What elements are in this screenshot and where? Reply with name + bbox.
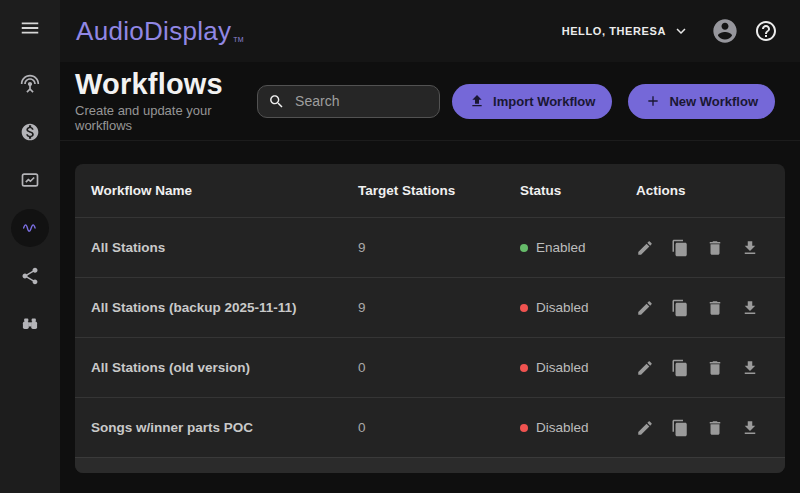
status-dot <box>520 244 528 252</box>
app-root: AudioDisplay TM HELLO, THERESA <box>0 0 800 493</box>
status-label: Disabled <box>536 360 589 375</box>
status-dot <box>520 364 528 372</box>
workflow-name: Songs w/inner parts POC <box>91 420 358 435</box>
top-bar: AudioDisplay TM HELLO, THERESA <box>60 0 800 62</box>
chevron-down-icon <box>672 22 690 40</box>
user-menu[interactable]: HELLO, THERESA <box>556 21 696 41</box>
column-header-workflow-name: Workflow Name <box>91 183 358 198</box>
sidebar-nav <box>0 60 60 348</box>
app-logo[interactable]: AudioDisplay TM <box>76 16 243 47</box>
edit-icon[interactable] <box>636 239 654 257</box>
page-title: Workflows <box>75 69 257 101</box>
logo-trademark: TM <box>233 36 243 43</box>
sidebar-item-monetization[interactable] <box>0 108 60 156</box>
sidebar-item-broadcast[interactable] <box>0 60 60 108</box>
table-header-row: Workflow Name Target Stations Status Act… <box>75 164 785 217</box>
workflows-wave-icon <box>11 209 49 247</box>
download-icon[interactable] <box>741 359 759 377</box>
column-header-status: Status <box>520 183 636 198</box>
status-dot <box>520 304 528 312</box>
page-header: Workflows Create and update your workflo… <box>60 62 800 140</box>
target-stations-count: 0 <box>358 420 520 435</box>
workflow-name: All Stations (backup 2025-11-11) <box>91 300 358 315</box>
content-area: Workflow Name Target Stations Status Act… <box>60 140 800 493</box>
hamburger-menu-icon[interactable] <box>0 0 60 56</box>
row-actions <box>636 419 785 437</box>
binoculars-icon <box>20 314 40 334</box>
user-cluster: HELLO, THERESA <box>556 17 778 45</box>
row-actions <box>636 299 785 317</box>
workflow-name: All Stations <box>91 240 358 255</box>
target-stations-count: 0 <box>358 360 520 375</box>
status-cell: Disabled <box>520 300 636 315</box>
status-cell: Disabled <box>520 420 636 435</box>
sidebar-item-monitor[interactable] <box>0 300 60 348</box>
table-row: All Stations 9 Enabled <box>75 217 785 277</box>
help-icon[interactable] <box>754 19 778 43</box>
duplicate-icon[interactable] <box>671 359 689 377</box>
download-icon[interactable] <box>741 239 759 257</box>
chart-icon <box>20 170 40 190</box>
status-label: Disabled <box>536 420 589 435</box>
new-workflow-button[interactable]: New Workflow <box>628 84 775 119</box>
status-cell: Enabled <box>520 240 636 255</box>
broadcast-antenna-icon <box>20 74 40 94</box>
sidebar-item-workflows[interactable] <box>0 204 60 252</box>
search-input[interactable] <box>293 92 429 110</box>
status-dot <box>520 424 528 432</box>
download-icon[interactable] <box>741 299 759 317</box>
page-subtitle: Create and update your workflows <box>75 103 257 133</box>
workflow-name: All Stations (old version) <box>91 360 358 375</box>
title-block: Workflows Create and update your workflo… <box>75 69 257 134</box>
target-stations-count: 9 <box>358 240 520 255</box>
row-actions <box>636 239 785 257</box>
workflows-table: Workflow Name Target Stations Status Act… <box>75 164 785 473</box>
sidebar-item-share[interactable] <box>0 252 60 300</box>
new-workflow-label: New Workflow <box>669 94 758 109</box>
logo-text: AudioDisplay <box>76 16 231 47</box>
import-workflow-label: Import Workflow <box>493 94 595 109</box>
delete-icon[interactable] <box>706 359 724 377</box>
column-header-target-stations: Target Stations <box>358 183 520 198</box>
delete-icon[interactable] <box>706 239 724 257</box>
share-icon <box>20 266 40 286</box>
main-area: AudioDisplay TM HELLO, THERESA <box>60 0 800 493</box>
table-footer-strip <box>75 457 785 473</box>
status-label: Enabled <box>536 240 586 255</box>
column-header-actions: Actions <box>636 183 785 198</box>
plus-icon <box>645 93 661 109</box>
monetization-icon <box>20 122 40 142</box>
edit-icon[interactable] <box>636 419 654 437</box>
sidebar <box>0 0 60 493</box>
upload-icon <box>469 93 485 109</box>
table-row: All Stations (backup 2025-11-11) 9 Disab… <box>75 277 785 337</box>
search-box <box>257 85 440 118</box>
edit-icon[interactable] <box>636 299 654 317</box>
sidebar-item-analytics[interactable] <box>0 156 60 204</box>
table-row: All Stations (old version) 0 Disabled <box>75 337 785 397</box>
search-icon <box>268 93 285 110</box>
user-greeting: HELLO, THERESA <box>562 25 666 37</box>
duplicate-icon[interactable] <box>671 419 689 437</box>
avatar-icon[interactable] <box>711 17 739 45</box>
row-actions <box>636 359 785 377</box>
delete-icon[interactable] <box>706 419 724 437</box>
import-workflow-button[interactable]: Import Workflow <box>452 84 612 119</box>
status-cell: Disabled <box>520 360 636 375</box>
download-icon[interactable] <box>741 419 759 437</box>
duplicate-icon[interactable] <box>671 239 689 257</box>
delete-icon[interactable] <box>706 299 724 317</box>
edit-icon[interactable] <box>636 359 654 377</box>
table-row: Songs w/inner parts POC 0 Disabled <box>75 397 785 457</box>
target-stations-count: 9 <box>358 300 520 315</box>
duplicate-icon[interactable] <box>671 299 689 317</box>
status-label: Disabled <box>536 300 589 315</box>
